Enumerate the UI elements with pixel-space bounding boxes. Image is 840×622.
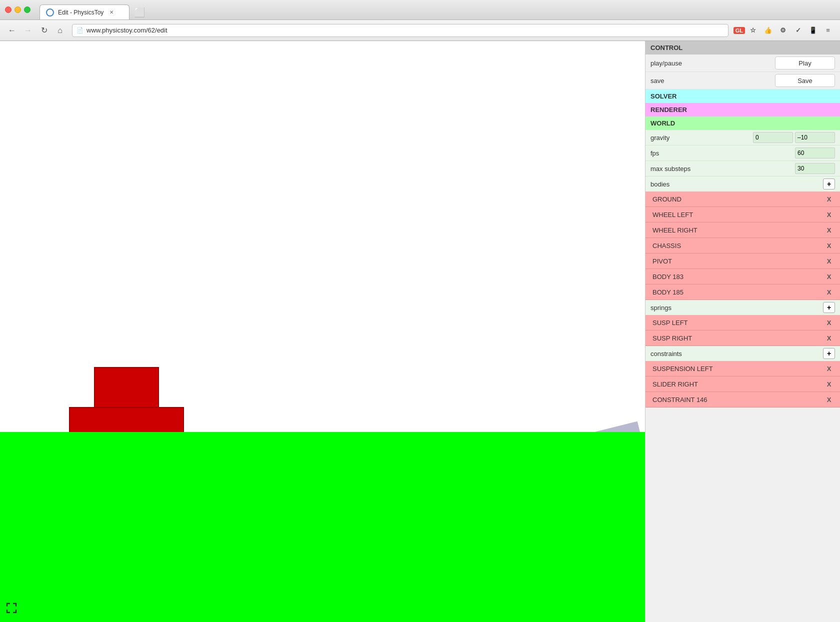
tab-favicon <box>46 8 54 16</box>
world-section-header[interactable]: WORLD <box>646 116 840 130</box>
bodies-label: bodies <box>650 180 823 188</box>
bodies-list: GROUND X WHEEL LEFT X WHEEL RIGHT X CHAS… <box>646 192 840 300</box>
play-button[interactable]: Play <box>775 56 835 70</box>
remove-constraint-146-button[interactable]: X <box>823 394 835 405</box>
tab-area: Edit - PhysicsToy ✕ ⬜ <box>40 0 146 20</box>
active-tab[interactable]: Edit - PhysicsToy ✕ <box>40 4 130 20</box>
add-body-button[interactable]: + <box>823 178 835 190</box>
maximize-button[interactable] <box>24 6 30 13</box>
max-substeps-label: max substeps <box>650 165 795 172</box>
constraint-item-146[interactable]: CONSTRAINT 146 X <box>646 392 840 408</box>
add-constraint-button[interactable]: + <box>823 348 835 359</box>
forward-button[interactable]: → <box>21 24 35 38</box>
fullscreen-icon[interactable] <box>6 602 17 616</box>
browser-toolbar: ← → ↻ ⌂ 📄 www.physicstoy.com/62/edit GL … <box>0 20 840 41</box>
body-item-chassis[interactable]: CHASSIS X <box>646 238 840 254</box>
renderer-section-header[interactable]: RENDERER <box>646 103 840 116</box>
constraint-suspension-left-label: SUSPENSION LEFT <box>652 365 823 372</box>
spring-item-susp-left[interactable]: SUSP LEFT X <box>646 315 840 330</box>
constraints-list: SUSPENSION LEFT X SLIDER RIGHT X CONSTRA… <box>646 361 840 408</box>
bodies-header: bodies + <box>646 176 840 192</box>
springs-list: SUSP LEFT X SUSP RIGHT X <box>646 315 840 346</box>
gravity-row: gravity <box>646 130 840 146</box>
constraints-header: constraints + <box>646 346 840 361</box>
body-wheel-left-label: WHEEL LEFT <box>652 211 823 218</box>
springs-label: springs <box>650 304 823 312</box>
max-substeps-row: max substeps <box>646 161 840 176</box>
control-section-header: CONTROL <box>646 41 840 54</box>
url-text: www.physicstoy.com/62/edit <box>86 26 168 34</box>
fps-input[interactable] <box>795 148 835 158</box>
body-ground-label: GROUND <box>652 196 823 203</box>
body-item-183[interactable]: BODY 183 X <box>646 269 840 284</box>
body-item-ground[interactable]: GROUND X <box>646 192 840 207</box>
traffic-lights <box>5 6 30 13</box>
remove-susp-right-button[interactable]: X <box>823 332 835 344</box>
gravity-x-input[interactable] <box>753 132 793 143</box>
body-183-label: BODY 183 <box>652 273 823 280</box>
remove-wheel-left-button[interactable]: X <box>823 209 835 220</box>
right-panel: CONTROL play/pause Play save Save SOLVER… <box>645 41 840 622</box>
remove-susp-left-button[interactable]: X <box>823 317 835 328</box>
canvas-area[interactable] <box>0 41 645 622</box>
toolbar-right: GL ☆ 👍 ⚙ ✓ 📱 ≡ <box>734 24 835 38</box>
remove-body-185-button[interactable]: X <box>823 286 835 298</box>
address-bar[interactable]: 📄 www.physicstoy.com/62/edit <box>72 24 728 37</box>
play-pause-row: play/pause Play <box>646 54 840 72</box>
fps-label: fps <box>650 150 795 157</box>
close-button[interactable] <box>5 6 12 13</box>
body-item-wheel-left[interactable]: WHEEL LEFT X <box>646 207 840 222</box>
extension3-button[interactable]: 📱 <box>806 24 820 38</box>
minimize-button[interactable] <box>14 6 21 13</box>
constraint-item-suspension-left[interactable]: SUSPENSION LEFT X <box>646 361 840 376</box>
bookmark-button[interactable]: ☆ <box>746 24 760 38</box>
new-tab-button[interactable]: ⬜ <box>132 6 146 20</box>
extension2-button[interactable]: ✓ <box>791 24 805 38</box>
body-item-pivot[interactable]: PIVOT X <box>646 254 840 269</box>
body-wheel-right-label: WHEEL RIGHT <box>652 226 823 234</box>
gravity-label: gravity <box>650 134 753 142</box>
menu-button[interactable]: ≡ <box>821 24 835 38</box>
extension1-button[interactable]: 👍 <box>761 24 775 38</box>
remove-body-183-button[interactable]: X <box>823 271 835 282</box>
springs-header: springs + <box>646 300 840 315</box>
max-substeps-input[interactable] <box>795 163 835 174</box>
turret-shape <box>94 367 159 410</box>
main-content: CONTROL play/pause Play save Save SOLVER… <box>0 41 840 622</box>
constraint-146-label: CONSTRAINT 146 <box>652 396 823 404</box>
back-button[interactable]: ← <box>5 24 19 38</box>
body-chassis-label: CHASSIS <box>652 242 823 250</box>
constraint-item-slider-right[interactable]: SLIDER RIGHT X <box>646 376 840 392</box>
home-button[interactable]: ⌂ <box>53 24 67 38</box>
gl-badge: GL <box>734 27 745 34</box>
solver-section-header[interactable]: SOLVER <box>646 90 840 103</box>
remove-wheel-right-button[interactable]: X <box>823 224 835 236</box>
remove-pivot-button[interactable]: X <box>823 256 835 266</box>
body-185-label: BODY 185 <box>652 288 823 296</box>
save-button[interactable]: Save <box>775 74 835 87</box>
reload-button[interactable]: ↻ <box>37 24 51 38</box>
gravity-y-input[interactable] <box>795 132 835 143</box>
constraint-slider-right-label: SLIDER RIGHT <box>652 380 823 388</box>
settings-button[interactable]: ⚙ <box>776 24 790 38</box>
physics-scene <box>0 41 645 622</box>
remove-slider-right-button[interactable]: X <box>823 378 835 390</box>
add-spring-button[interactable]: + <box>823 302 835 313</box>
spring-item-susp-right[interactable]: SUSP RIGHT X <box>646 330 840 346</box>
save-label: save <box>650 77 775 84</box>
spring-susp-left-label: SUSP LEFT <box>652 319 823 326</box>
body-item-wheel-right[interactable]: WHEEL RIGHT X <box>646 222 840 238</box>
titlebar: Edit - PhysicsToy ✕ ⬜ <box>0 0 840 20</box>
fps-row: fps <box>646 146 840 161</box>
remove-chassis-button[interactable]: X <box>823 240 835 251</box>
remove-suspension-left-button[interactable]: X <box>823 363 835 374</box>
remove-ground-button[interactable]: X <box>823 194 835 204</box>
constraints-label: constraints <box>650 350 823 358</box>
spring-susp-right-label: SUSP RIGHT <box>652 334 823 342</box>
play-label: play/pause <box>650 60 775 67</box>
tab-title: Edit - PhysicsToy <box>58 9 104 16</box>
body-item-185[interactable]: BODY 185 X <box>646 284 840 300</box>
tab-close-button[interactable]: ✕ <box>108 8 116 16</box>
page-icon: 📄 <box>76 27 84 34</box>
save-row: save Save <box>646 72 840 90</box>
